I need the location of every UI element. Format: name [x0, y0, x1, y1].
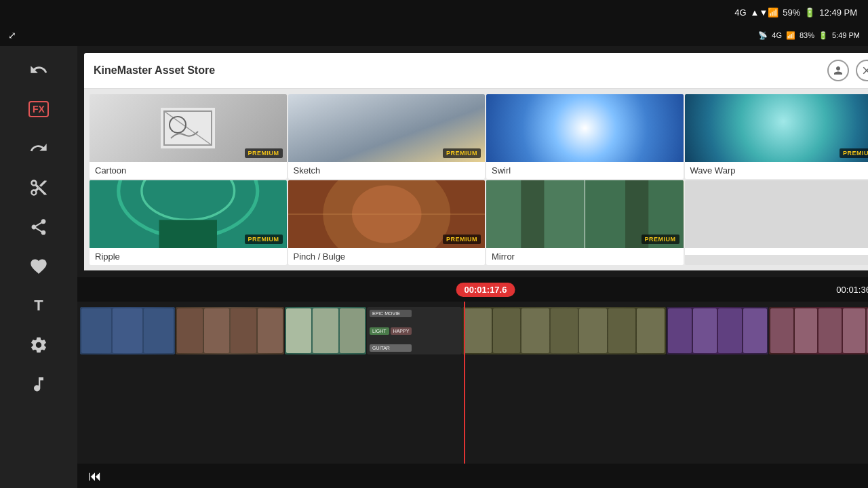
device-frame: ⤢ 📡 4G 📶 83% 🔋 5:49 PM FX: [0, 24, 868, 488]
asset-item-ripple[interactable]: PREMIUM Ripple: [90, 180, 287, 265]
wavewarp-label: Wave Warp: [685, 162, 869, 179]
asset-item-wavewarp[interactable]: PREMIUM Wave Warp: [685, 94, 869, 179]
clock: 12:49 PM: [819, 7, 857, 18]
timeline-clip-labels[interactable]: EPIC MOVIE LIGHT HAPPY GUITAR: [367, 307, 462, 354]
trim-button[interactable]: [20, 169, 57, 206]
outer-status-bar: 4G ▲▼📶 59% 🔋 12:49 PM: [0, 0, 868, 24]
asset-store-header: KineMaster Asset Store: [84, 53, 868, 89]
redo-button[interactable]: [20, 130, 57, 167]
timeline-clip-5[interactable]: [462, 307, 666, 354]
center-content: KineMaster Asset Store: [77, 46, 868, 488]
pinch-label: Pinch / Bulge: [288, 248, 486, 265]
undo-button[interactable]: [20, 52, 57, 88]
inner-network: 📡: [758, 31, 768, 40]
current-timecode: 00:01:17.6: [456, 283, 515, 297]
settings-button[interactable]: [20, 327, 57, 363]
asset-item-pinch[interactable]: PREMIUM Pinch / Bulge: [288, 180, 486, 265]
header-actions: [827, 60, 868, 81]
timeline-clip-7[interactable]: [769, 307, 868, 354]
expand-icon[interactable]: ⤢: [8, 30, 16, 41]
battery-level: 59%: [783, 7, 800, 18]
timeline-clip-2[interactable]: [176, 307, 284, 354]
swirl-label: Swirl: [486, 162, 684, 179]
main-area: FX T: [0, 46, 868, 488]
outer-status-info: 4G ▲▼📶 59% 🔋 12:49 PM: [734, 7, 857, 18]
asset-item-swirl[interactable]: Swirl: [486, 94, 684, 179]
svg-rect-7: [159, 220, 217, 248]
sketch-premium-badge: PREMIUM: [443, 148, 481, 158]
left-sidebar: FX T: [0, 46, 77, 488]
network-icon: 4G: [734, 7, 746, 18]
sketch-label: Sketch: [288, 162, 486, 179]
inner-time: 5:49 PM: [832, 31, 860, 39]
cartoon-premium-badge: PREMIUM: [245, 148, 283, 158]
share-button[interactable]: [20, 209, 57, 245]
swirl-thumbnail: [486, 94, 684, 162]
mirror-label: Mirror: [486, 248, 684, 265]
ripple-premium-badge: PREMIUM: [245, 235, 283, 244]
rewind-button[interactable]: ⏮: [88, 468, 102, 484]
inner-signal: 📶: [786, 31, 795, 40]
end-timecode: 00:01:36.00: [836, 285, 868, 295]
music-button[interactable]: [20, 366, 57, 403]
svg-rect-15: [521, 180, 544, 248]
mirror-premium-badge: PREMIUM: [642, 235, 679, 244]
text-button[interactable]: T: [20, 287, 57, 324]
timeline-area: 00:01:17.6 00:01:36.00: [77, 277, 868, 488]
asset-store-modal: KineMaster Asset Store: [84, 53, 868, 270]
effects-button[interactable]: FX: [20, 91, 57, 127]
timeline-clip-6[interactable]: [667, 307, 768, 354]
signal-bars: ▲▼📶: [751, 7, 779, 18]
empty-label: [685, 248, 869, 255]
profile-button[interactable]: [827, 60, 849, 81]
inner-battery-icon: 🔋: [818, 31, 828, 40]
timeline-header: 00:01:17.6 00:01:36.00: [77, 277, 868, 302]
asset-item-sketch[interactable]: PREMIUM Sketch: [288, 94, 486, 179]
inner-4g: 4G: [772, 31, 782, 39]
pinch-premium-badge: PREMIUM: [443, 235, 481, 244]
wavewarp-premium-badge: PREMIUM: [840, 148, 868, 158]
asset-store-title: KineMaster Asset Store: [94, 64, 215, 77]
asset-item-empty: [685, 180, 869, 265]
inner-battery: 83%: [800, 31, 814, 39]
timeline-clip-1[interactable]: [80, 307, 175, 354]
timeline-bottom: ⏮ ⇅: [77, 464, 868, 488]
close-button[interactable]: [856, 60, 868, 81]
cartoon-label: Cartoon: [90, 162, 287, 179]
favorite-button[interactable]: [20, 248, 57, 285]
timeline-track[interactable]: EPIC MOVIE LIGHT HAPPY GUITAR: [77, 302, 868, 464]
asset-item-cartoon[interactable]: PREMIUM Cartoon: [90, 94, 287, 179]
inner-status-info: 📡 4G 📶 83% 🔋 5:49 PM: [758, 31, 860, 40]
inner-status-bar: ⤢ 📡 4G 📶 83% 🔋 5:49 PM: [0, 24, 868, 46]
timeline-clip-3[interactable]: [285, 307, 366, 354]
asset-item-mirror[interactable]: PREMIUM Mirror: [486, 180, 684, 265]
asset-grid: PREMIUM Cartoon PREMIUM Sketch: [84, 89, 868, 270]
timeline-clips: EPIC MOVIE LIGHT HAPPY GUITAR: [77, 307, 868, 361]
playhead: [464, 302, 465, 464]
battery-icon: 🔋: [804, 7, 815, 18]
ripple-label: Ripple: [90, 248, 287, 265]
